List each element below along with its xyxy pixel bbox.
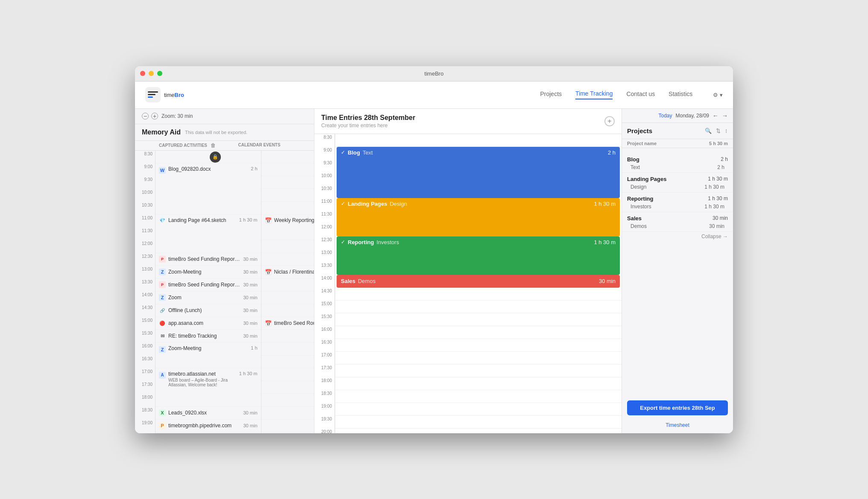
list-item[interactable]: A timebro.atlassian.net WEB board – Agil…: [155, 368, 261, 407]
total-time-header: 5 h 30 m: [709, 141, 728, 146]
entry-task: Design: [390, 201, 407, 207]
empty-row: [261, 292, 314, 304]
time-entry-block-sales[interactable]: Sales Demos 30 min: [337, 275, 620, 288]
empty-row: [261, 394, 314, 407]
time-label: 11:30: [135, 228, 155, 240]
activity-duration: 30 min: [243, 295, 257, 300]
list-item[interactable]: ✉ RE: timeBro Tracking 30 min: [155, 330, 261, 343]
minimize-button[interactable]: [149, 71, 154, 76]
list-item[interactable]: 🔗 Offline (Lunch) 30 min: [155, 304, 261, 317]
empty-row: [335, 377, 622, 390]
time-label: 11:00: [314, 198, 335, 211]
email-icon: ✉: [159, 333, 166, 339]
time-entry-block-blog[interactable]: ✓ Blog Text 2 h: [337, 147, 620, 198]
time-label: 10:00: [314, 172, 335, 185]
zoom-out-btn[interactable]: −: [142, 113, 149, 120]
memory-aid-header: Memory Aid This data will not be exporte…: [135, 124, 314, 141]
time-entry-block-reporting[interactable]: ✓ Reporting Investors 1 h 30 m: [337, 236, 620, 275]
empty-row: [335, 403, 622, 416]
logo-icon: [145, 87, 161, 102]
empty-row: [261, 176, 314, 189]
event-name: Weekly Reporting: [274, 217, 314, 223]
filter-icon[interactable]: ⫶: [725, 128, 728, 134]
mid-scroll[interactable]: 8:30 9:00 9:30 10:00 10:30 11:00 11:30 1…: [314, 134, 622, 433]
empty-row: [335, 416, 622, 429]
traffic-lights: [140, 71, 162, 76]
time-label: 16:00: [135, 343, 155, 356]
activity-duration: 30 min: [243, 333, 257, 339]
search-icon[interactable]: 🔍: [705, 128, 712, 134]
empty-row: [261, 151, 314, 163]
activity-name: timebro.atlassian.net: [168, 371, 237, 377]
activity-duration: 1 h 30 m: [239, 371, 258, 376]
project-group-blog: Blog 2 h Text 2 h: [622, 153, 733, 173]
project-main-sales[interactable]: Sales 30 min: [627, 214, 728, 223]
time-label: 12:00: [314, 224, 335, 236]
list-item[interactable]: X Leads_0920.xlsx 30 min: [155, 407, 261, 420]
time-labels-left: 8:30 9:00 9:30 10:00 10:30 11:00 11:30 1…: [135, 151, 155, 433]
list-item[interactable]: Z Zoom 30 min: [155, 292, 261, 304]
nav-projects[interactable]: Projects: [540, 90, 562, 99]
nav-statistics[interactable]: Statistics: [669, 90, 692, 99]
project-main-blog[interactable]: Blog 2 h: [627, 155, 728, 164]
project-name-col-header: Project name: [627, 141, 657, 146]
list-item[interactable]: 📅 timeBro Seed Round Report + Q&A 30 min: [261, 317, 314, 330]
empty-row: [261, 279, 314, 292]
nav-contact-us[interactable]: Contact us: [626, 90, 655, 99]
left-scroll[interactable]: 🔒 8:30 9:00 9:30 10:00 10:30 11:00 11:30: [135, 151, 314, 433]
empty-row: [335, 339, 622, 352]
time-label: 9:30: [314, 160, 335, 172]
sort-icon[interactable]: ⇅: [716, 128, 721, 134]
project-group-reporting: Reporting 1 h 30 m Investors 1 h 30 m: [622, 193, 733, 212]
time-label: 12:00: [135, 240, 155, 253]
settings-gear[interactable]: ⚙ ▾: [713, 92, 723, 98]
zoom-controls: − +: [142, 113, 158, 120]
list-item[interactable]: P timebrogmbh.pipedrive.com 30 min: [155, 420, 261, 432]
time-entry-block-landing[interactable]: ✓ Landing Pages Design 1 h 30 m: [337, 198, 620, 236]
time-label: 19:00: [314, 403, 335, 416]
activity-name: Offline (Lunch): [168, 307, 240, 313]
time-label: 8:30: [135, 151, 155, 163]
project-main-landing[interactable]: Landing Pages 1 h 30 m: [627, 175, 728, 184]
activities-col: W Blog_092820.docx 2 h 💎 Landing Pa: [155, 151, 261, 433]
empty-row: [335, 134, 622, 147]
nav-time-tracking[interactable]: Time Tracking: [575, 90, 613, 99]
entry-task: Demos: [358, 278, 375, 284]
prev-day-btn[interactable]: ←: [713, 112, 718, 119]
add-entry-btn[interactable]: +: [604, 116, 615, 126]
check-icon: ✓: [341, 239, 345, 245]
list-item[interactable]: P timeBro Seed Funding Report.pptx 30 mi…: [155, 279, 261, 292]
list-item[interactable]: P timeBro Seed Funding Report.pptx 30 mi…: [155, 253, 261, 266]
zoom-label: Zoom: 30 min: [161, 113, 193, 119]
time-label: 19:30: [135, 432, 155, 433]
main-content: − + Zoom: 30 min Memory Aid This data wi…: [135, 109, 733, 433]
list-item[interactable]: W Blog_092820.docx 2 h: [155, 163, 261, 215]
collapse-link[interactable]: Collapse →: [622, 232, 733, 241]
activity-name: timeBro Seed Funding Report.pptx: [168, 282, 240, 288]
list-item[interactable]: Z Zoom-Meeting 30 min: [155, 266, 261, 279]
next-day-btn[interactable]: →: [722, 112, 728, 119]
empty-row: [335, 301, 622, 313]
close-button[interactable]: [140, 71, 145, 76]
timesheet-link[interactable]: Timesheet: [622, 420, 733, 433]
excel-icon: X: [159, 409, 166, 416]
zoom-in-btn[interactable]: +: [151, 113, 158, 120]
maximize-button[interactable]: [157, 71, 162, 76]
today-btn[interactable]: Today: [658, 113, 672, 119]
activity-duration: 30 min: [243, 269, 257, 274]
export-btn[interactable]: Export time entries 28th Sep: [627, 400, 728, 415]
empty-row: [261, 304, 314, 317]
entry-task: Text: [363, 149, 373, 156]
project-sub-text: Text 2 h: [627, 164, 728, 171]
list-item[interactable]: 💎 Landing Page #64.sketch 1 h 30 m: [155, 215, 261, 253]
time-label: 8:30: [314, 134, 335, 147]
list-item[interactable]: 🔴 app.asana.com 30 min: [155, 317, 261, 330]
time-label: 11:00: [135, 215, 155, 228]
list-item[interactable]: 📅 Niclas / Florentina 30 min: [261, 266, 314, 279]
list-item[interactable]: 📅 Weekly Reporting 45 min: [261, 215, 314, 240]
list-item[interactable]: Z Zoom-Meeting 1 h: [155, 343, 261, 368]
project-main-reporting[interactable]: Reporting 1 h 30 m: [627, 194, 728, 203]
time-label: 17:30: [135, 381, 155, 394]
empty-row: [261, 163, 314, 176]
entry-duration: 1 h 30 m: [594, 201, 616, 207]
